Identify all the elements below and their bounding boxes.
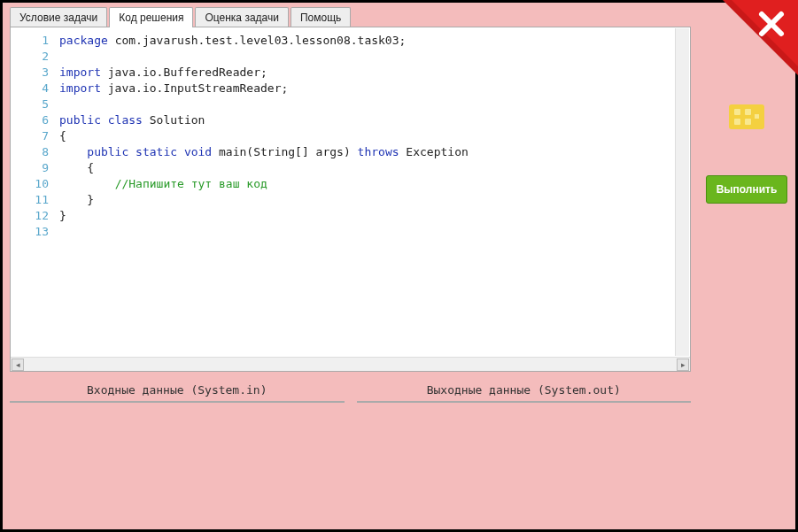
scroll-right-icon[interactable]: ▸	[677, 359, 689, 371]
corner-ribbon	[723, 0, 798, 75]
tab-task-rating[interactable]: Оценка задачи	[195, 7, 288, 27]
line-number: 9	[11, 160, 49, 176]
line-number: 7	[11, 128, 49, 144]
line-number: 5	[11, 96, 49, 112]
tab-bar: Условие задачи Код решения Оценка задачи…	[10, 7, 691, 27]
line-gutter: 12345678910111213	[11, 33, 59, 351]
run-button[interactable]: Выполнить	[706, 175, 787, 204]
horizontal-scrollbar[interactable]: ◂ ▸	[11, 357, 690, 371]
input-panel: Входные данные (System.in)	[10, 381, 345, 403]
code-line[interactable]: //Напишите тут ваш код	[59, 176, 672, 192]
code-line[interactable]: public class Solution	[59, 112, 672, 128]
code-line[interactable]	[59, 96, 672, 112]
app-window: Условие задачи Код решения Оценка задачи…	[3, 3, 795, 529]
vertical-scrollbar[interactable]	[675, 28, 689, 356]
close-icon[interactable]	[723, 0, 798, 75]
code-line[interactable]: import java.io.InputStreamReader;	[59, 81, 672, 96]
code-line[interactable]: }	[59, 208, 672, 224]
output-label: Выходные данные (System.out)	[357, 381, 692, 401]
code-line[interactable]: }	[59, 192, 672, 208]
line-number: 12	[11, 208, 49, 224]
code-line[interactable]: {	[59, 160, 672, 176]
code-editor[interactable]: 12345678910111213 package com.javarush.t…	[10, 27, 691, 372]
line-number: 10	[11, 176, 49, 192]
io-row: Входные данные (System.in) Выходные данн…	[10, 381, 691, 403]
tab-task-description[interactable]: Условие задачи	[10, 7, 107, 27]
main-column: Условие задачи Код решения Оценка задачи…	[3, 3, 698, 529]
dice-icon[interactable]	[729, 104, 764, 129]
code-line[interactable]: public static void main(String[] args) t…	[59, 144, 672, 160]
line-number: 13	[11, 224, 49, 240]
code-line[interactable]: import java.io.BufferedReader;	[59, 65, 672, 81]
input-textarea[interactable]	[10, 401, 345, 403]
input-label: Входные данные (System.in)	[10, 381, 345, 401]
line-number: 3	[11, 65, 49, 81]
code-line[interactable]	[59, 49, 672, 65]
code-area[interactable]: package com.javarush.test.level03.lesson…	[59, 33, 690, 351]
line-number: 1	[11, 33, 49, 49]
tab-help[interactable]: Помощь	[291, 7, 351, 27]
editor-body: 12345678910111213 package com.javarush.t…	[11, 27, 690, 357]
tab-solution-code[interactable]: Код решения	[109, 7, 193, 27]
side-column: Выполнить	[698, 3, 795, 529]
code-line[interactable]	[59, 224, 672, 240]
code-line[interactable]: {	[59, 128, 672, 144]
line-number: 2	[11, 49, 49, 65]
scroll-left-icon[interactable]: ◂	[12, 359, 24, 371]
code-line[interactable]: package com.javarush.test.level03.lesson…	[59, 33, 672, 49]
line-number: 6	[11, 112, 49, 128]
line-number: 8	[11, 144, 49, 160]
line-number: 4	[11, 81, 49, 96]
line-number: 11	[11, 192, 49, 208]
output-panel: Выходные данные (System.out)	[357, 381, 692, 403]
output-textarea[interactable]	[357, 401, 692, 403]
